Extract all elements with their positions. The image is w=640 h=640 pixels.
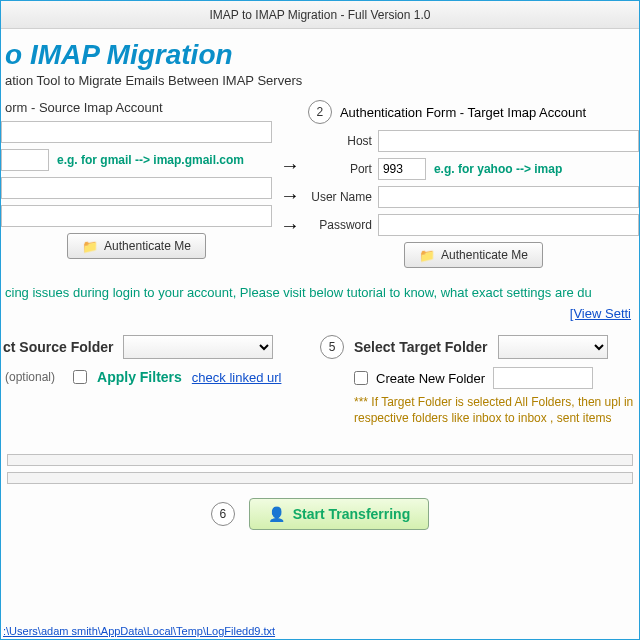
source-password-input[interactable] — [1, 205, 272, 227]
view-settings-link[interactable]: [View Setti — [570, 306, 631, 321]
source-panel: orm - Source Imap Account e.g. for gmail… — [1, 96, 272, 263]
app-subtitle: ation Tool to Migrate Emails Between IMA… — [5, 73, 639, 88]
target-username-input[interactable] — [378, 186, 639, 208]
progress-bar-2 — [7, 472, 633, 484]
target-panel-title: Authentication Form - Target Imap Accoun… — [340, 105, 586, 120]
create-new-folder-label: Create New Folder — [376, 371, 485, 386]
target-panel: 2 Authentication Form - Target Imap Acco… — [308, 96, 639, 272]
arrow-icon: → — [280, 150, 300, 180]
step-2-badge: 2 — [308, 100, 332, 124]
source-folder-col: ct Source Folder (optional) Apply Filter… — [3, 335, 320, 426]
folder-section: ct Source Folder (optional) Apply Filter… — [1, 335, 639, 426]
target-host-input[interactable] — [378, 130, 639, 152]
source-port-input[interactable] — [1, 149, 49, 171]
check-linked-url-link[interactable]: check linked url — [192, 370, 282, 385]
target-authenticate-button[interactable]: 📁 Authenticate Me — [404, 242, 543, 268]
auth-row: orm - Source Imap Account e.g. for gmail… — [1, 96, 639, 272]
target-hint: e.g. for yahoo --> imap — [434, 162, 562, 176]
person-icon: 👤 — [268, 506, 285, 522]
arrow-column: → → → — [272, 96, 308, 240]
target-folder-title: Select Target Folder — [354, 339, 488, 355]
arrow-icon: → — [280, 210, 300, 240]
source-username-input[interactable] — [1, 177, 272, 199]
source-host-input[interactable] — [1, 121, 272, 143]
step-5-badge: 5 — [320, 335, 344, 359]
start-transferring-button[interactable]: 👤 Start Transferring — [249, 498, 429, 530]
folder-icon: 📁 — [82, 239, 98, 254]
optional-label: (optional) — [5, 370, 55, 384]
source-folder-title: ct Source Folder — [3, 339, 113, 355]
target-folder-col: 5 Select Target Folder Create New Folder… — [320, 335, 637, 426]
target-folder-warning: *** If Target Folder is selected All Fol… — [354, 395, 634, 426]
create-new-folder-checkbox[interactable] — [354, 371, 368, 385]
progress-bar-1 — [7, 454, 633, 466]
app-header: o IMAP Migration ation Tool to Migrate E… — [1, 29, 639, 96]
target-port-label: Port — [308, 162, 378, 176]
source-authenticate-button[interactable]: 📁 Authenticate Me — [67, 233, 206, 259]
source-hint: e.g. for gmail --> imap.gmail.com — [57, 153, 244, 167]
folder-icon: 📁 — [419, 248, 435, 263]
start-row: 6 👤 Start Transferring — [1, 498, 639, 530]
target-port-input[interactable] — [378, 158, 426, 180]
step-6-badge: 6 — [211, 502, 235, 526]
content-area: o IMAP Migration ation Tool to Migrate E… — [1, 29, 639, 639]
target-password-label: Password — [308, 218, 378, 232]
app-title: o IMAP Migration — [5, 39, 639, 71]
app-window: IMAP to IMAP Migration - Full Version 1.… — [0, 0, 640, 640]
target-host-label: Host — [308, 134, 378, 148]
target-username-label: User Name — [308, 190, 378, 204]
new-folder-name-input[interactable] — [493, 367, 593, 389]
progress-area — [1, 454, 639, 484]
target-password-input[interactable] — [378, 214, 639, 236]
source-panel-title: orm - Source Imap Account — [1, 100, 272, 115]
window-titlebar: IMAP to IMAP Migration - Full Version 1.… — [1, 1, 639, 29]
apply-filters-checkbox[interactable] — [73, 370, 87, 384]
target-folder-select[interactable] — [498, 335, 608, 359]
arrow-icon: → — [280, 180, 300, 210]
log-file-path-link[interactable]: :\Users\adam smith\AppData\Local\Temp\Lo… — [3, 625, 275, 637]
login-note: cing issues during login to your account… — [1, 272, 639, 304]
source-folder-select[interactable] — [123, 335, 273, 359]
apply-filters-label: Apply Filters — [97, 369, 182, 385]
